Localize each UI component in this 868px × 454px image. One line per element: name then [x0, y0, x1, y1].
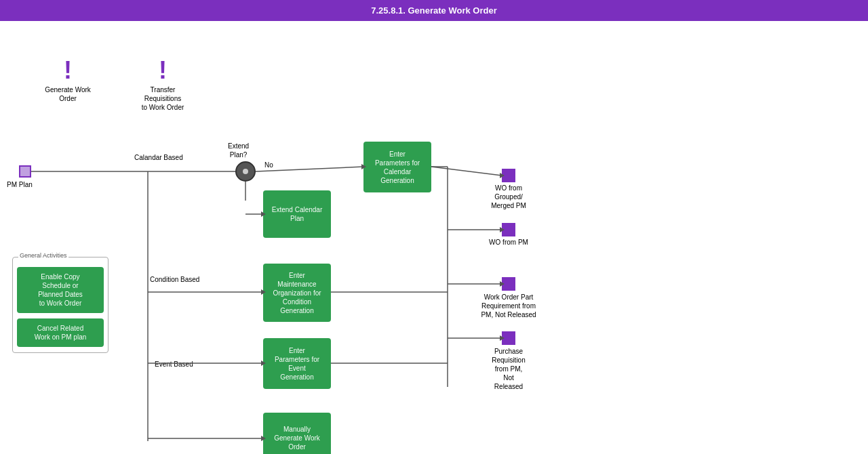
general-activities-container: General Activities Enable CopySchedule o… — [12, 257, 108, 353]
header-title: 7.25.8.1. Generate Work Order — [371, 5, 496, 16]
extend-plan-label: ExtendPlan? — [228, 142, 249, 159]
condition-based-label: Condition Based — [150, 276, 199, 283]
enter-maintenance-org-box: EnterMaintenanceOrganization forConditio… — [263, 264, 331, 322]
flow-arrows — [0, 21, 868, 454]
enter-params-event-box: EnterParameters forEventGeneration — [263, 338, 331, 389]
pm-plan-label: PM Plan — [7, 181, 33, 188]
svg-line-6 — [431, 167, 502, 176]
wo-grouped-merged-box — [502, 169, 515, 182]
wo-from-pm-box — [502, 223, 515, 236]
generate-work-order-icon-group: ! Generate WorkOrder — [37, 58, 98, 103]
enter-params-calendar-box: EnterParameters forCalendarGeneration — [363, 142, 431, 192]
wo-from-pm-label: WO from PM — [479, 239, 538, 246]
pm-plan-box — [19, 165, 31, 178]
generate-wo-label: Generate WorkOrder — [45, 85, 91, 103]
extend-calendar-plan-box: Extend CalendarPlan — [263, 190, 331, 238]
header: 7.25.8.1. Generate Work Order — [0, 0, 868, 21]
enable-copy-box: Enable CopySchedule orPlanned Datesto Wo… — [17, 267, 104, 313]
transfer-req-exclaim: ! — [159, 58, 167, 83]
manually-generate-wo-box: ManuallyGenerate WorkOrder — [263, 413, 331, 454]
decision-node — [235, 161, 256, 182]
wo-grouped-merged-label: WO fromGrouped/Merged PM — [479, 184, 538, 210]
transfer-req-label: Transfer Requisitionsto Work Order — [132, 85, 193, 112]
generate-wo-exclaim: ! — [64, 58, 72, 83]
calendar-based-label: Calandar Based — [134, 154, 183, 161]
general-activities-label: General Activities — [18, 252, 68, 259]
event-based-label: Event Based — [155, 360, 193, 368]
wo-part-req-box — [502, 277, 515, 291]
transfer-requisitions-icon-group: ! Transfer Requisitionsto Work Order — [132, 58, 193, 112]
no-label: No — [264, 161, 273, 169]
purchase-req-label: PurchaseRequisitionfrom PM,NotReleased — [479, 347, 538, 391]
wo-part-req-label: Work Order PartRequirement fromPM, Not R… — [475, 293, 542, 319]
purchase-req-box — [502, 331, 515, 345]
cancel-related-box: Cancel RelatedWork on PM plan — [17, 318, 104, 347]
